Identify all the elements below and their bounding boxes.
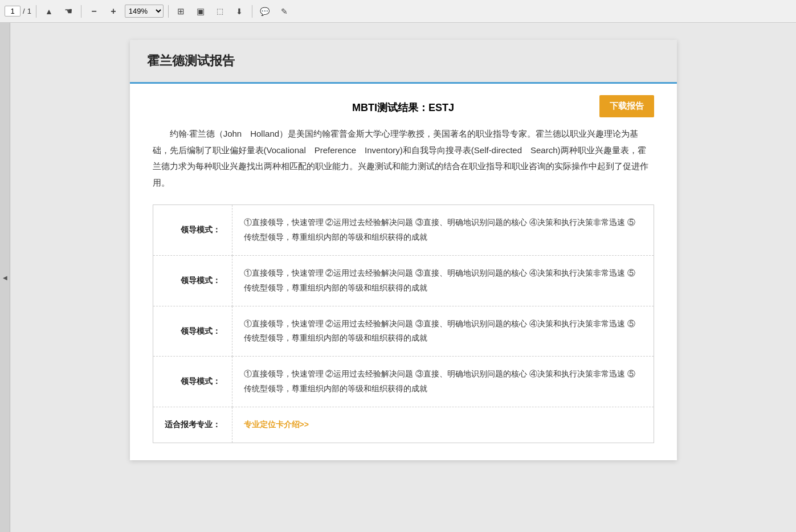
fit-page-icon: ⊞: [177, 6, 185, 17]
comment-button[interactable]: 💬: [257, 3, 273, 19]
download-toolbar-icon: ⬇: [236, 7, 243, 16]
page-number-input[interactable]: [5, 6, 21, 17]
fit-page-button[interactable]: ⊞: [173, 3, 189, 19]
main-area: 霍兰德测试报告 MBTI测试结果：ESTJ 下载报告 约翰·霍兰德（John H…: [10, 23, 796, 532]
zoom-out-icon: −: [91, 6, 96, 17]
cursor-icon: ▲: [45, 7, 53, 16]
toolbar: / 1 ▲ ☚ − + 50% 75% 100% 125% 149% 175% …: [0, 0, 796, 23]
divider-1: [36, 5, 36, 18]
zoom-out-button[interactable]: −: [86, 3, 102, 19]
hand-icon: ☚: [64, 6, 72, 17]
info-table: 领导模式： ①直接领导，快速管理 ②运用过去经验解决问题 ③直接、明确地识别问题…: [153, 204, 654, 443]
pen-icon: ✎: [281, 7, 288, 16]
table-label-3: 领导模式：: [153, 306, 232, 357]
zoom-select[interactable]: 50% 75% 100% 125% 149% 175% 200%: [125, 5, 164, 18]
page-info: / 1: [5, 6, 31, 17]
page-separator: /: [23, 7, 25, 15]
table-content-1: ①直接领导，快速管理 ②运用过去经验解决问题 ③直接、明确地识别问题的核心 ④决…: [232, 205, 654, 256]
suitable-link-cell: 专业定位卡介绍>>: [232, 407, 654, 443]
report-title: 霍兰德测试报告: [147, 54, 235, 68]
suitable-link[interactable]: 专业定位卡介绍>>: [244, 420, 309, 429]
divider-2: [81, 5, 81, 18]
mbti-result-text: MBTI测试结果：ESTJ: [153, 101, 654, 114]
zoom-in-button[interactable]: +: [105, 3, 121, 19]
document-page: 霍兰德测试报告 MBTI测试结果：ESTJ 下载报告 约翰·霍兰德（John H…: [130, 40, 677, 460]
toolbar-download-button[interactable]: ⬇: [231, 3, 247, 19]
page-total: 1: [27, 7, 31, 15]
table-label-4: 领导模式：: [153, 357, 232, 407]
table-label-1: 领导模式：: [153, 205, 232, 256]
divider-4: [252, 5, 252, 18]
fit-width-button[interactable]: ▣: [193, 3, 209, 19]
comment-icon: 💬: [260, 7, 270, 16]
description-paragraph: 约翰·霍兰德（John Holland）是美国约翰霍普金斯大学心理学教授，美国著…: [153, 126, 654, 191]
pen-button[interactable]: ✎: [276, 3, 292, 19]
download-report-button[interactable]: 下载报告: [599, 95, 654, 117]
table-row: 领导模式： ①直接领导，快速管理 ②运用过去经验解决问题 ③直接、明确地识别问题…: [153, 205, 654, 256]
sidebar-arrow-icon: ◀: [3, 275, 7, 281]
table-row: 领导模式： ①直接领导，快速管理 ②运用过去经验解决问题 ③直接、明确地识别问题…: [153, 255, 654, 306]
mbti-value: ESTJ: [428, 102, 454, 113]
report-body: MBTI测试结果：ESTJ 下载报告 约翰·霍兰德（John Holland）是…: [130, 84, 677, 460]
actual-size-icon: ⬚: [217, 7, 223, 15]
zoom-in-icon: +: [111, 6, 116, 17]
report-header: 霍兰德测试报告: [130, 40, 677, 84]
hand-tool-button[interactable]: ☚: [60, 3, 76, 19]
table-row: 领导模式： ①直接领导，快速管理 ②运用过去经验解决问题 ③直接、明确地识别问题…: [153, 357, 654, 407]
cursor-tool-button[interactable]: ▲: [41, 3, 57, 19]
table-content-3: ①直接领导，快速管理 ②运用过去经验解决问题 ③直接、明确地识别问题的核心 ④决…: [232, 306, 654, 357]
actual-size-button[interactable]: ⬚: [212, 3, 228, 19]
suitable-row: 适合报考专业： 专业定位卡介绍>>: [153, 407, 654, 443]
divider-3: [168, 5, 169, 18]
suitable-label: 适合报考专业：: [153, 407, 232, 443]
table-row: 领导模式： ①直接领导，快速管理 ②运用过去经验解决问题 ③直接、明确地识别问题…: [153, 306, 654, 357]
table-content-2: ①直接领导，快速管理 ②运用过去经验解决问题 ③直接、明确地识别问题的核心 ④决…: [232, 255, 654, 306]
fit-width-icon: ▣: [197, 6, 205, 17]
mbti-label: MBTI测试结果：: [352, 102, 428, 113]
sidebar-toggle[interactable]: ◀: [0, 23, 10, 532]
mbti-result-row: MBTI测试结果：ESTJ 下载报告: [153, 101, 654, 114]
table-content-4: ①直接领导，快速管理 ②运用过去经验解决问题 ③直接、明确地识别问题的核心 ④决…: [232, 357, 654, 407]
table-label-2: 领导模式：: [153, 255, 232, 306]
